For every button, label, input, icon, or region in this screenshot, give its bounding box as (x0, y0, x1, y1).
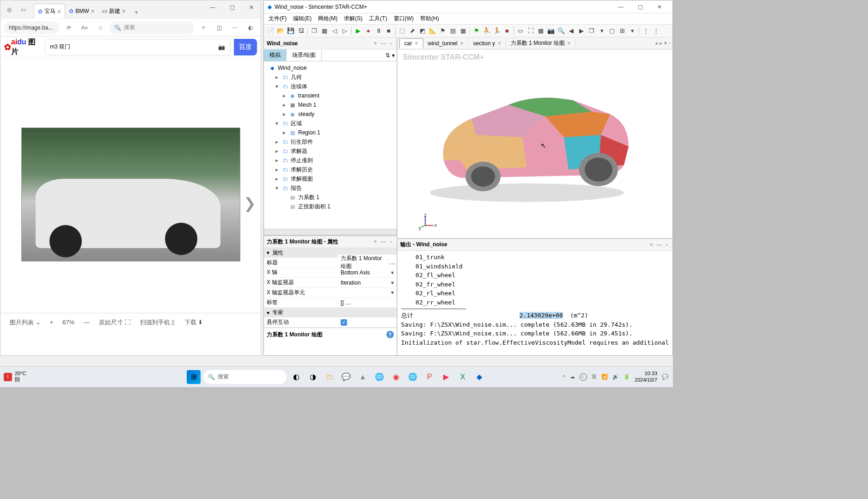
zoom-out-button[interactable]: — (84, 319, 90, 326)
result-image[interactable] (21, 128, 240, 262)
layers-icon[interactable]: ❒ (587, 26, 596, 36)
battery-icon[interactable]: 🔋 (623, 374, 630, 380)
dock-icon[interactable]: ▫ (388, 238, 394, 245)
output-text[interactable]: 01_trunk 01_windshield 02_fl_wheel 02_fr… (397, 251, 672, 355)
tab-list-icon[interactable]: ▾ (664, 40, 667, 46)
task-view-icon[interactable]: ◐ (289, 370, 303, 384)
extensions-icon[interactable]: ✧ (197, 21, 210, 34)
excel-icon[interactable]: X (456, 370, 470, 384)
tree-scrollbar[interactable] (264, 229, 397, 235)
original-size-button[interactable]: 原始尺寸 ⛶ (99, 318, 131, 327)
tab-max-icon[interactable]: ▫ (669, 40, 671, 46)
clock[interactable]: 10:33 2024/10/7 (635, 371, 657, 383)
pause-icon[interactable]: ⏸ (374, 26, 383, 36)
zoom-in-button[interactable]: + (50, 319, 54, 326)
volume-icon[interactable]: 🔊 (612, 374, 619, 380)
dock-icon[interactable]: ▫ (388, 40, 394, 47)
chevron-down-icon[interactable]: ▾ (391, 280, 394, 286)
tree-menu-icon[interactable]: ▾ (392, 52, 395, 59)
notifications-icon[interactable]: 💬 (662, 374, 668, 380)
split-icon[interactable]: ◫ (213, 21, 226, 34)
close-icon[interactable]: × (460, 40, 464, 47)
save-all-icon[interactable]: 🖫 (296, 26, 306, 36)
tree-mesh1[interactable]: ▸▦Mesh 1 (265, 100, 396, 110)
mesh-icon[interactable]: ⬚ (397, 26, 407, 36)
menu-help[interactable]: 帮助(H) (417, 14, 442, 24)
url-field[interactable]: https://image.ba... (4, 21, 60, 34)
tree-steady[interactable]: ▸◉steady (265, 110, 396, 119)
onedrive-icon[interactable]: ☁ (570, 374, 575, 380)
read-aloud-icon[interactable]: A» (78, 21, 91, 34)
camera-icon[interactable]: 📷 (218, 44, 225, 50)
night-icon[interactable]: ☾ (580, 373, 587, 381)
tab-baoma[interactable]: ✿宝马× (34, 4, 65, 18)
baidu-search-input[interactable]: m3 双门 📷 (45, 39, 230, 55)
menu-mesh[interactable]: 网格(M) (315, 14, 340, 24)
app2-icon[interactable]: ◉ (389, 370, 403, 384)
save-icon[interactable]: 💾 (286, 26, 295, 36)
explorer-icon[interactable]: 🗀 (323, 370, 336, 384)
minimize-icon[interactable]: — (655, 242, 664, 248)
minimize-icon[interactable]: — (379, 238, 388, 245)
app-icon[interactable]: ▲ (356, 370, 370, 384)
tab-scene[interactable]: 场景/绘图 (287, 49, 322, 61)
menu-edit[interactable]: 编辑(E) (290, 14, 314, 24)
checkbox[interactable]: ✓ (341, 319, 347, 326)
flag-icon[interactable]: ⚑ (438, 26, 447, 36)
3d-viewport[interactable]: Simcenter STAR-CCM+ (397, 49, 672, 238)
close-icon[interactable]: × (372, 40, 379, 47)
forward-icon[interactable]: ▶ (577, 26, 586, 36)
tree-solvers[interactable]: ▸🗀求解器 (265, 146, 396, 156)
copy-icon[interactable]: ❐ (310, 26, 319, 36)
tree-region1[interactable]: ▸▨Region 1 (265, 128, 396, 137)
videoapp-icon[interactable]: ▶ (439, 370, 453, 384)
more-icon[interactable]: ⋮ (641, 26, 650, 36)
stop-icon[interactable]: ■ (384, 26, 393, 36)
dropdown2-icon[interactable]: ▾ (628, 26, 637, 36)
minimize-button[interactable]: — (203, 0, 222, 14)
tree-geometry[interactable]: ▸🗀几何 (265, 73, 396, 82)
minimize-icon[interactable]: — (379, 40, 388, 47)
wifi-icon[interactable]: 📶 (601, 374, 608, 380)
tree-views[interactable]: ▸🗀求解视图 (265, 174, 396, 183)
tab-new[interactable]: ▭新建× (98, 4, 129, 18)
select-icon[interactable]: ⬈ (408, 26, 417, 36)
tree-stopping[interactable]: ▸🗀停止准则 (265, 156, 396, 165)
more-icon[interactable]: ⋯ (228, 21, 241, 34)
view-tab-sectiony[interactable]: section y× (469, 39, 506, 48)
menu-tools[interactable]: 工具(T) (366, 14, 390, 24)
minimize-button[interactable]: — (611, 1, 630, 12)
paste-icon[interactable]: ▦ (320, 26, 329, 36)
hatch-icon[interactable]: ▩ (536, 26, 545, 36)
copilot-icon[interactable]: ◐ (244, 21, 257, 34)
close-icon[interactable]: × (91, 7, 95, 15)
baidu-logo[interactable]: ✿ aidu 图片 (4, 40, 41, 55)
crop-icon[interactable]: ◩ (418, 26, 427, 36)
tree-continua[interactable]: ▾🗀连续体 (265, 82, 396, 91)
close-icon[interactable]: × (568, 40, 571, 47)
maximize-button[interactable]: ▢ (631, 1, 649, 12)
favorite-icon[interactable]: ☆ (94, 21, 107, 34)
dropdown-icon[interactable]: ▾ (597, 26, 606, 36)
fit-icon[interactable]: ⛶ (526, 26, 535, 36)
chevron-down-icon[interactable]: ▾ (391, 269, 394, 276)
flag2-icon[interactable]: ⚑ (472, 26, 481, 36)
ime-icon[interactable]: 英 (592, 373, 597, 380)
copilot-icon[interactable]: ◑ (306, 370, 320, 384)
maximize-button[interactable]: ▢ (223, 0, 241, 14)
ellipsis-button[interactable]: … (388, 259, 397, 266)
new-tab-button[interactable]: + (130, 6, 142, 18)
prev-icon[interactable]: ◁ (330, 26, 339, 36)
tree-force1[interactable]: ▤力系数 1 (265, 193, 396, 202)
close-button[interactable]: ✕ (650, 1, 669, 12)
tab-bmw[interactable]: ✿BMW× (65, 4, 98, 18)
view-cube-icon[interactable]: ▢ (607, 26, 617, 36)
tree-transient[interactable]: ▸◉transient (265, 91, 396, 100)
refresh-icon[interactable]: ⟳ (62, 21, 75, 34)
menu-solve[interactable]: 求解(S) (341, 14, 365, 24)
close-icon[interactable]: × (648, 242, 655, 248)
menu-file[interactable]: 文件(F) (266, 14, 289, 24)
tree-projarea[interactable]: ▤正投影面积 1 (265, 202, 396, 211)
close-icon[interactable]: × (498, 40, 501, 47)
zoom-icon[interactable]: 🔍 (556, 26, 566, 36)
